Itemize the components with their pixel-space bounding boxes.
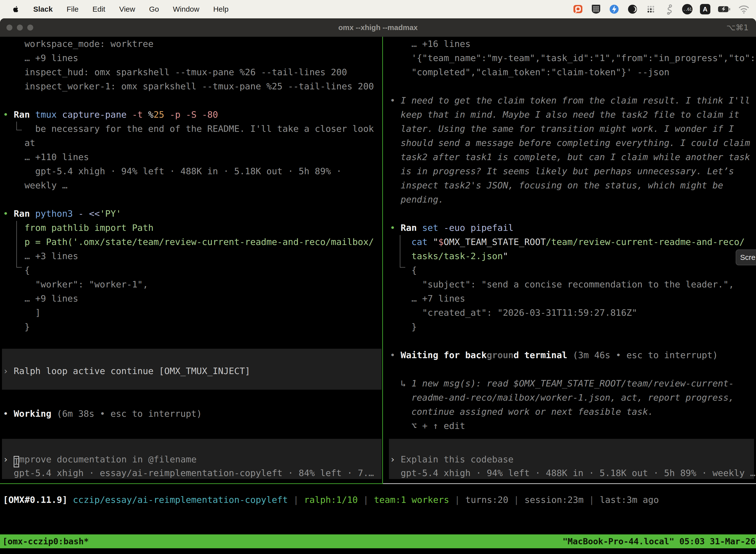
input-source-icon[interactable]: A	[700, 4, 710, 14]
window-shortcut-badge: ⌥⌘1	[727, 18, 749, 37]
terminal-line: … +7 lines	[390, 291, 465, 306]
apple-icon[interactable]	[13, 5, 19, 13]
terminal-line: tasks/task-2.json"	[390, 249, 508, 263]
terminal-line: "created_at": "2026-03-31T11:59:27.816Z"	[390, 306, 637, 320]
terminal-line: from pathlib import Path	[3, 221, 153, 235]
terminal-line: › Ralph loop active continue [OMX_TMUX_I…	[3, 364, 250, 378]
battery-icon[interactable]	[718, 6, 731, 12]
terminal-line: }	[3, 320, 30, 334]
terminal-line: • Ran set -euo pipefail	[390, 221, 514, 235]
terminal-line: }	[390, 320, 417, 334]
terminal-line: … +9 lines	[3, 291, 78, 306]
menu-item-slack[interactable]: Slack	[33, 5, 53, 13]
terminal-line: … +110 lines	[3, 150, 89, 164]
terminal-line: • I need to get the claim token from the…	[390, 93, 750, 107]
terminal-line: task2 after task1 is complete, but can I…	[390, 150, 750, 164]
moon-icon[interactable]	[627, 4, 638, 15]
terminal-line: '{"team_name":"my-team","task_id":"1","f…	[390, 51, 756, 65]
terminal-line: inspect task2's JSON, focusing on the st…	[390, 178, 723, 192]
terminal-line: at	[3, 136, 35, 150]
terminal-line: ↳ 1 new msg(s): read $OMX_TEAM_STATE_ROO…	[390, 376, 734, 390]
terminal-line: workspace_mode: worktree	[3, 37, 153, 51]
menu-item-view[interactable]: View	[119, 5, 135, 13]
terminal-line: should send a message before completing …	[390, 136, 750, 150]
terminal-line: readme-and-reco/mailbox/worker-1.json, a…	[390, 390, 734, 404]
screen-tooltip: Scre	[736, 250, 756, 265]
terminal-line: later. Using the same for transition mig…	[390, 122, 734, 136]
right-pane-border	[383, 483, 756, 484]
window-title-bar[interactable]: omx --xhigh --madmax ⌥⌘1	[0, 18, 756, 37]
terminal-line: … +9 lines	[3, 51, 78, 65]
macos-menu-bar: SlackFileEditViewGoWindowHelp ..61	[0, 0, 756, 18]
terminal-line: {	[390, 263, 417, 277]
terminal-line: … +3 lines	[3, 249, 78, 263]
terminal-line: p = Path('.omx/state/team/review-current…	[3, 235, 374, 249]
terminal-line: keep that in mind. Maybe I also need the…	[390, 107, 739, 122]
menu-items: SlackFileEditViewGoWindowHelp	[0, 5, 229, 13]
screen-record-icon[interactable]	[572, 4, 583, 15]
terminal-line: • Waiting for background terminal (3m 46…	[390, 348, 718, 362]
wifi-icon[interactable]	[738, 4, 750, 14]
terminal-line: inspect_hud: omx sparkshell --tmux-pane …	[3, 65, 347, 79]
terminal-line: "worker": "worker-1",	[3, 277, 148, 291]
terminal-line: cat "$OMX_TEAM_STATE_ROOT/team/review-cu…	[390, 235, 745, 249]
input-source-label: A	[703, 5, 708, 13]
tooltip-text: Scre	[740, 253, 756, 262]
terminal-line: {	[3, 263, 30, 277]
percent-badge-icon[interactable]: ..61	[682, 4, 693, 14]
terminal-line: be necessary for the end of the README. …	[3, 122, 374, 136]
terminal-line: weekly …	[3, 178, 67, 192]
terminal-content: workspace_mode: worktree … +9 lines insp…	[0, 37, 756, 554]
terminal-line: pending.	[390, 192, 444, 207]
desktop: SlackFileEditViewGoWindowHelp ..61	[0, 0, 756, 554]
terminal-line: gpt-5.4 xhigh · 94% left · 488K in · 5.1…	[3, 164, 341, 178]
left-pane-border	[0, 483, 382, 484]
dots-grid-icon[interactable]	[645, 4, 656, 15]
terminal-line: ⌥ + ↑ edit	[390, 419, 465, 433]
spark-badge-icon[interactable]	[609, 4, 620, 15]
terminal-line: … +16 lines	[390, 37, 470, 51]
percent-badge-label: ..61	[683, 7, 692, 12]
tmux-host-clock: "MacBook-Pro-44.local" 05:03 31-Mar-26	[563, 536, 756, 546]
terminal-line: "completed","claim_token":"claim-token"}…	[390, 65, 670, 79]
menu-item-help[interactable]: Help	[213, 5, 229, 13]
terminal-line: [OMX#0.11.9] cczip/essay/ai-reimplementa…	[3, 493, 659, 507]
terminal-line: continue assigned work or next feasible …	[390, 404, 653, 419]
terminal-line: inspect_worker-1: omx sparkshell --tmux-…	[3, 79, 374, 93]
menu-item-file[interactable]: File	[66, 5, 78, 13]
terminal-line: • Ran python3 - <<'PY'	[3, 207, 121, 221]
privacy-grid-icon[interactable]	[591, 4, 601, 15]
terminal-line: › Explain this codebase	[390, 452, 514, 466]
window-title: omx --xhigh --madmax	[0, 18, 756, 37]
terminal-line: gpt-5.4 xhigh · 94% left · 488K in · 5.1…	[390, 466, 756, 480]
terminal-line: ]	[3, 306, 41, 320]
shush-icon[interactable]	[664, 4, 675, 15]
tmux-status-bar: [omx-cczip0:bash* "MacBook-Pro-44.local"…	[0, 535, 756, 548]
tmux-session-label: [omx-cczip0:bash*	[0, 536, 89, 546]
pane-divider[interactable]	[382, 37, 383, 484]
terminal-line: • Working (6m 38s • esc to interrupt)	[3, 406, 202, 421]
terminal-line: gpt-5.4 xhigh · essay/ai-reimplementatio…	[3, 466, 374, 480]
terminal-window: omx --xhigh --madmax ⌥⌘1 workspace_mode:…	[0, 18, 756, 554]
menubar-status-icons: ..61 A	[572, 4, 756, 15]
menu-item-edit[interactable]: Edit	[92, 5, 106, 13]
right-terminal-pane[interactable]: … +16 lines '{"team_name":"my-team","tas…	[387, 37, 756, 484]
terminal-line: is in progress? It seems likely but perh…	[390, 164, 734, 178]
menu-item-go[interactable]: Go	[149, 5, 159, 13]
menu-item-window[interactable]: Window	[173, 5, 199, 13]
left-terminal-pane[interactable]: workspace_mode: worktree … +9 lines insp…	[0, 37, 382, 484]
terminal-line: › Improve documentation in @filename	[3, 452, 197, 466]
terminal-line: • Ran tmux capture-pane -t %25 -p -S -80	[3, 107, 218, 122]
terminal-line: "subject": "send a concise recommendatio…	[390, 277, 734, 291]
